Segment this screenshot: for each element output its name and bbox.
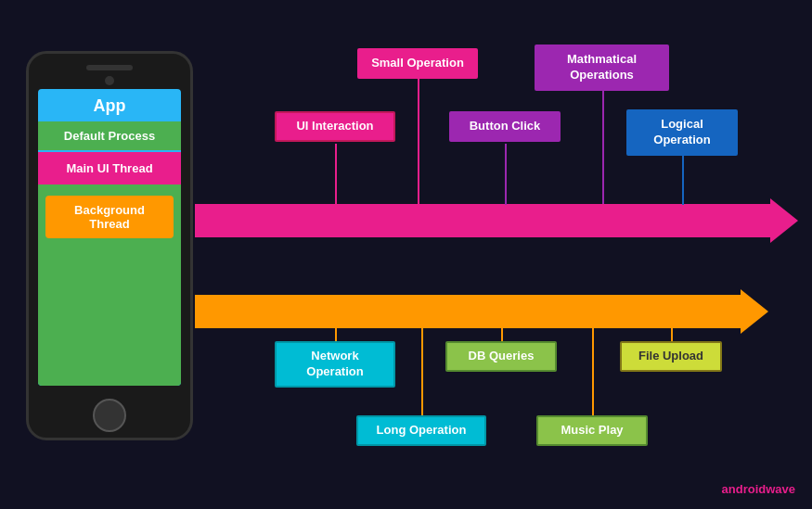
phone-screen: App Default Process Main UI Thread Backg… [38, 89, 181, 386]
music-play-box: Music Play [536, 415, 648, 446]
connector-network-operation [335, 328, 337, 341]
default-process-label: Default Process [38, 121, 181, 150]
file-upload-box: File Upload [620, 341, 722, 372]
phone-home-button [93, 399, 126, 432]
diagram: App Default Process Main UI Thread Backg… [0, 0, 812, 509]
small-operation-box: Small Operation [357, 48, 478, 79]
logical-operation-box: LogicalOperation [626, 109, 738, 156]
bg-thread-arrow [195, 295, 742, 328]
connector-ui-interaction [335, 144, 337, 205]
ui-interaction-box: UI Interaction [275, 111, 395, 142]
main-ui-thread-label: Main UI Thread [38, 152, 181, 185]
button-click-box: Button Click [449, 111, 561, 142]
connector-long-operation [421, 328, 423, 415]
phone-camera [105, 76, 114, 85]
bg-thread-label: BackgroundThread [45, 196, 174, 238]
app-label: App [94, 89, 126, 121]
connector-file-upload [671, 328, 673, 341]
db-queries-box: DB Queries [445, 341, 557, 372]
connector-music-play [592, 328, 594, 415]
branding: androidwave [722, 482, 795, 496]
phone-device: App Default Process Main UI Thread Backg… [26, 51, 193, 440]
connector-math-operations [602, 76, 604, 204]
connector-button-click [505, 144, 507, 205]
phone-speaker [86, 65, 133, 70]
connector-db-queries [501, 328, 503, 341]
main-ui-thread-arrow [195, 204, 772, 237]
brand-normal: android [722, 482, 767, 496]
network-operation-box: NetworkOperation [275, 341, 395, 388]
brand-accent: wave [766, 482, 795, 496]
math-operations-box: MathmaticalOperations [535, 45, 669, 91]
green-block: BackgroundThread [38, 185, 181, 386]
connector-small-operation [418, 76, 419, 204]
long-operation-box: Long Operation [356, 415, 486, 446]
